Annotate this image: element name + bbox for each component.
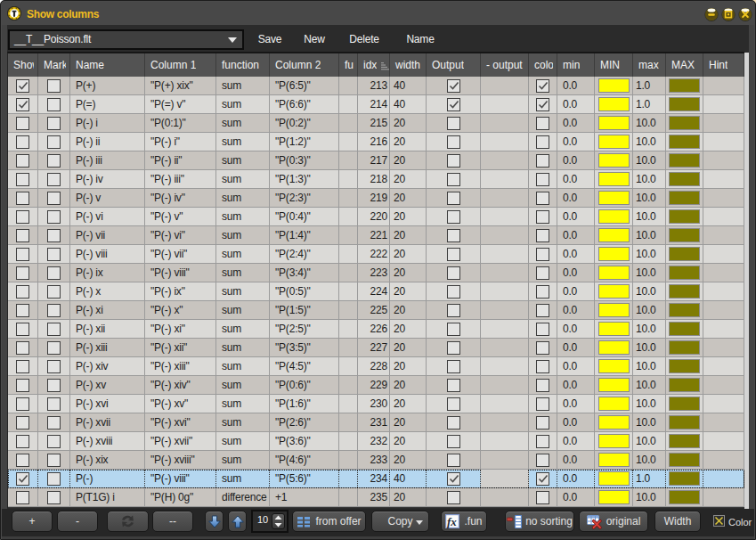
svg-text:fx: fx bbox=[447, 515, 457, 528]
